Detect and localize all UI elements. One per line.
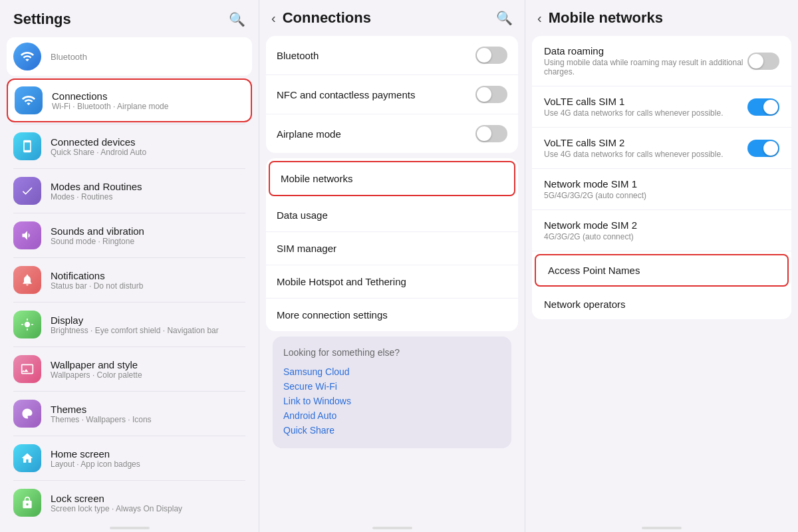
divider-9 (13, 480, 245, 481)
notifications-icon (13, 266, 41, 294)
sidebar-item-display[interactable]: Display Brightness · Eye comfort shield … (7, 304, 252, 345)
partial-top-item: Bluetooth (7, 37, 252, 76)
access-point-names-item[interactable]: Access Point Names (535, 254, 789, 287)
settings-header: Settings 🔍 (0, 0, 259, 35)
connections-list: Bluetooth NFC and contactless payments A… (259, 36, 525, 524)
mobile-networks-panel: ‹ Mobile networks Data roaming Using mob… (525, 0, 798, 532)
volte-sim1-text: VoLTE calls SIM 1 Use 4G data networks f… (544, 96, 723, 118)
connections-search-icon[interactable]: 🔍 (496, 10, 513, 26)
mobile-networks-title: Mobile networks (549, 9, 663, 27)
volte-sim1-item[interactable]: VoLTE calls SIM 1 Use 4G data networks f… (532, 86, 791, 128)
mobile-networks-label: Mobile networks (281, 173, 352, 184)
connections-item-text: Connections Wi-Fi · Bluetooth · Airplane… (52, 90, 168, 111)
mobile-networks-header-left: ‹ Mobile networks (537, 9, 663, 27)
connections-panel: ‹ Connections 🔍 Bluetooth NFC and contac… (259, 0, 525, 532)
volte-sim2-text: VoLTE calls SIM 2 Use 4G data networks f… (544, 137, 723, 159)
divider-8 (13, 436, 245, 436)
settings-list: Connections Wi-Fi · Bluetooth · Airplane… (0, 78, 259, 524)
bluetooth-item[interactable]: Bluetooth (266, 36, 518, 75)
divider-2 (13, 168, 245, 169)
lock-screen-title: Lock screen (51, 493, 182, 504)
connected-devices-subtitle: Quick Share · Android Auto (51, 148, 146, 157)
display-text: Display Brightness · Eye comfort shield … (51, 315, 219, 335)
bluetooth-toggle[interactable] (475, 47, 507, 64)
network-mode-sim1-subtitle: 5G/4G/3G/2G (auto connect) (544, 191, 646, 200)
data-roaming-title: Data roaming (544, 45, 747, 57)
connections-nav-card: Mobile networks Data usage SIM manager M… (266, 158, 518, 331)
airplane-mode-item[interactable]: Airplane mode (266, 114, 518, 153)
connected-devices-icon (13, 132, 41, 160)
volte-sim1-title: VoLTE calls SIM 1 (544, 96, 723, 107)
mobile-networks-back-button[interactable]: ‹ (537, 11, 542, 26)
home-screen-icon (13, 444, 41, 472)
sidebar-item-modes-routines[interactable]: Modes and Routines Modes · Routines (7, 170, 252, 211)
themes-title: Themes (51, 404, 152, 415)
samsung-cloud-link[interactable]: Samsung Cloud (283, 364, 501, 379)
network-operators-item[interactable]: Network operators (532, 289, 791, 319)
sidebar-item-connections[interactable]: Connections Wi-Fi · Bluetooth · Airplane… (7, 78, 252, 122)
right-scroll-indicator (642, 527, 682, 529)
sounds-icon (13, 221, 41, 249)
data-roaming-item[interactable]: Data roaming Using mobile data while roa… (532, 36, 791, 86)
divider-5 (13, 302, 245, 303)
modes-routines-text: Modes and Routines Modes · Routines (51, 181, 142, 201)
airplane-mode-toggle[interactable] (475, 125, 507, 142)
wallpaper-subtitle: Wallpapers · Color palette (51, 370, 142, 380)
data-usage-label: Data usage (277, 209, 328, 221)
network-mode-sim2-item[interactable]: Network mode SIM 2 4G/3G/2G (auto connec… (532, 210, 791, 251)
android-auto-link[interactable]: Android Auto (283, 408, 501, 423)
volte-sim1-toggle[interactable] (747, 98, 779, 116)
secure-wifi-link[interactable]: Secure Wi-Fi (283, 379, 501, 394)
data-usage-item[interactable]: Data usage (266, 199, 518, 232)
nfc-label: NFC and contactless payments (277, 89, 415, 100)
nfc-item[interactable]: NFC and contactless payments (266, 75, 518, 114)
connections-back-button[interactable]: ‹ (271, 11, 276, 26)
connected-devices-title: Connected devices (51, 136, 146, 148)
partial-item-title: Bluetooth (51, 52, 87, 62)
network-mode-sim1-item[interactable]: Network mode SIM 1 5G/4G/3G/2G (auto con… (532, 169, 791, 210)
modes-routines-subtitle: Modes · Routines (51, 192, 142, 201)
link-to-windows-link[interactable]: Link to Windows (283, 394, 501, 408)
quick-share-link[interactable]: Quick Share (283, 423, 501, 438)
notifications-subtitle: Status bar · Do not disturb (51, 281, 143, 291)
access-point-names-title: Access Point Names (548, 265, 640, 276)
sidebar-item-sounds[interactable]: Sounds and vibration Sound mode · Ringto… (7, 215, 252, 256)
hotspot-item[interactable]: Mobile Hotspot and Tethering (266, 265, 518, 299)
mobile-networks-item[interactable]: Mobile networks (269, 161, 515, 196)
sounds-title: Sounds and vibration (51, 225, 144, 237)
sounds-subtitle: Sound mode · Ringtone (51, 237, 144, 246)
divider-4 (13, 257, 245, 258)
volte-sim2-title: VoLTE calls SIM 2 (544, 137, 723, 148)
sidebar-item-connected-devices[interactable]: Connected devices Quick Share · Android … (7, 126, 252, 167)
network-mode-sim2-subtitle: 4G/3G/2G (auto connect) (544, 232, 637, 241)
connections-item-subtitle: Wi-Fi · Bluetooth · Airplane mode (52, 102, 168, 111)
divider-1 (13, 124, 245, 124)
looking-title: Looking for something else? (283, 347, 501, 358)
mobile-networks-header: ‹ Mobile networks (525, 0, 798, 36)
volte-sim2-toggle[interactable] (747, 140, 779, 157)
settings-search-icon[interactable]: 🔍 (229, 11, 245, 27)
more-connection-item[interactable]: More connection settings (266, 299, 518, 331)
volte-sim2-subtitle: Use 4G data networks for calls whenever … (544, 150, 723, 159)
sidebar-item-lock-screen[interactable]: Lock screen Screen lock type · Always On… (7, 482, 252, 523)
data-roaming-text: Data roaming Using mobile data while roa… (544, 45, 747, 76)
notifications-title: Notifications (51, 270, 143, 281)
sidebar-item-wallpaper[interactable]: Wallpaper and style Wallpapers · Color p… (7, 348, 252, 390)
display-icon (13, 311, 41, 338)
data-roaming-toggle[interactable] (747, 53, 779, 70)
display-title: Display (51, 315, 219, 326)
modes-routines-title: Modes and Routines (51, 181, 142, 192)
left-scroll-indicator (110, 527, 150, 529)
sim-manager-item[interactable]: SIM manager (266, 232, 518, 265)
looking-card: Looking for something else? Samsung Clou… (273, 336, 511, 448)
nfc-toggle[interactable] (475, 86, 507, 103)
settings-title: Settings (13, 11, 71, 28)
lock-screen-text: Lock screen Screen lock type · Always On… (51, 493, 182, 513)
sidebar-item-notifications[interactable]: Notifications Status bar · Do not distur… (7, 259, 252, 301)
bluetooth-label: Bluetooth (277, 50, 319, 61)
mid-scroll-indicator (372, 527, 412, 529)
sidebar-item-themes[interactable]: Themes Themes · Wallpapers · Icons (7, 393, 252, 434)
more-connection-label: More connection settings (277, 309, 388, 321)
volte-sim2-item[interactable]: VoLTE calls SIM 2 Use 4G data networks f… (532, 128, 791, 169)
sidebar-item-home-screen[interactable]: Home screen Layout · App icon badges (7, 438, 252, 479)
